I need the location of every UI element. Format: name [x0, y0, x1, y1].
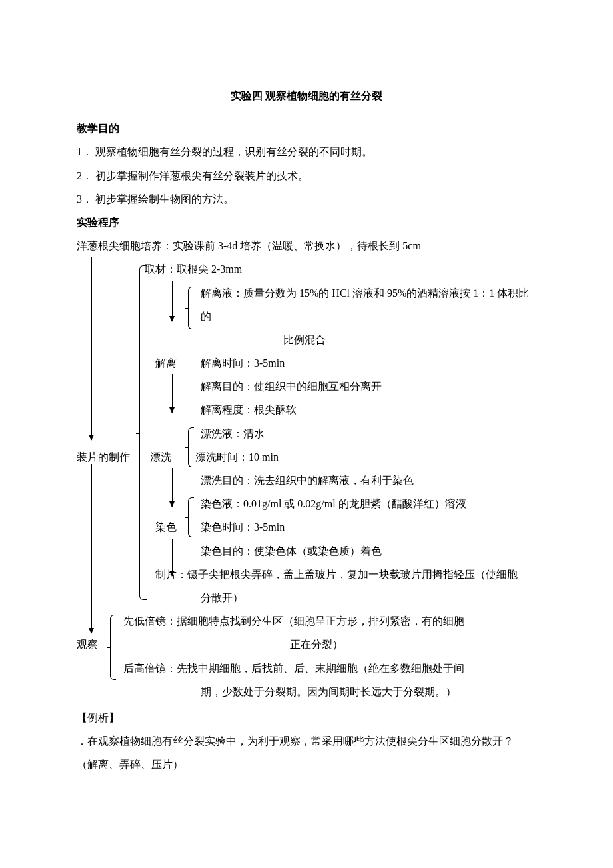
high-magnification-cont: 期，少数处于分裂期。因为间期时长远大于分裂期。） [201, 680, 536, 703]
stain-time: 染色时间：3-5min [201, 521, 285, 533]
example-answer: （解离、弄碎、压片） [77, 753, 536, 776]
example-header: 【例析】 [77, 706, 536, 729]
dissociation-aim: 解离目的：使组织中的细胞互相分离开 [201, 375, 536, 398]
low-magnification: 先低倍镜：据细胞特点找到分生区（细胞呈正方形，排列紧密，有的细胞 [123, 609, 536, 633]
dissociation-label: 解离 [155, 351, 177, 375]
culture-line: 洋葱根尖细胞培养：实验课前 3-4d 培养（温暖、常换水），待根长到 5cm [77, 234, 536, 257]
example-question: ．在观察植物细胞有丝分裂实验中，为利于观察，常采用哪些方法使根尖分生区细胞分散开… [77, 729, 536, 753]
objective-item: 1． 观察植物细胞有丝分裂的过程，识别有丝分裂的不同时期。 [77, 140, 536, 163]
objectives-header: 教学目的 [77, 117, 536, 140]
rinse-solution: 漂洗液：清水 [201, 422, 536, 445]
dissociation-solution: 解离液：质量分数为 15%的 HCl 溶液和 95%的酒精溶液按 1：1 体积比… [201, 281, 536, 328]
stain-label: 染色 [155, 515, 177, 539]
document-page: 实验四 观察植物细胞的有丝分裂 教学目的 1． 观察植物细胞有丝分裂的过程，识别… [0, 0, 613, 868]
dissociation-time: 解离时间：3-5min [201, 357, 285, 369]
brace-icon [188, 287, 194, 329]
brace-icon [188, 427, 194, 467]
experiment-title: 实验四 观察植物细胞的有丝分裂 [77, 84, 536, 107]
brace-icon [188, 497, 194, 537]
rinse-aim: 漂洗目的：洗去组织中的解离液，有利于染色 [201, 469, 536, 492]
sampling-line: 取材：取根尖 2-3mm [145, 257, 536, 281]
rinse-time: 漂洗时间：10 min [195, 451, 279, 463]
slide-prep: 制片：镊子尖把根尖弄碎，盖上盖玻片，复加一块载玻片用拇指轻压（使细胞 [155, 563, 536, 586]
objective-item: 3． 初步掌握绘制生物图的方法。 [77, 187, 536, 211]
arrow-down-icon [172, 374, 173, 413]
high-magnification: 后高倍镜：先找中期细胞，后找前、后、末期细胞（绝在多数细胞处于间 [123, 657, 536, 680]
procedure-diagram: 取材：取根尖 2-3mm 解离液：质量分数为 15%的 HCl 溶液和 95%的… [77, 257, 536, 703]
arrow-down-icon [172, 539, 173, 576]
low-magnification-cont: 正在分裂） [290, 639, 343, 650]
slide-prep-cont: 分散开） [201, 586, 536, 609]
dissociation-solution-cont: 比例混合 [283, 328, 536, 351]
slide-making-label: 装片的制作 [77, 445, 130, 469]
observe-label: 观察 [77, 633, 98, 656]
objective-item: 2． 初步掌握制作洋葱根尖有丝分裂装片的技术。 [77, 164, 536, 187]
stain-solution: 染色液：0.01g/ml 或 0.02g/ml 的龙胆紫（醋酸洋红）溶液 [201, 492, 536, 515]
brace-icon [110, 615, 116, 680]
rinse-label: 漂洗 [150, 445, 171, 469]
dissociation-degree: 解离程度：根尖酥软 [201, 398, 536, 421]
procedure-header: 实验程序 [77, 211, 536, 234]
stain-aim: 染色目的：使染色体（或染色质）着色 [201, 539, 536, 563]
